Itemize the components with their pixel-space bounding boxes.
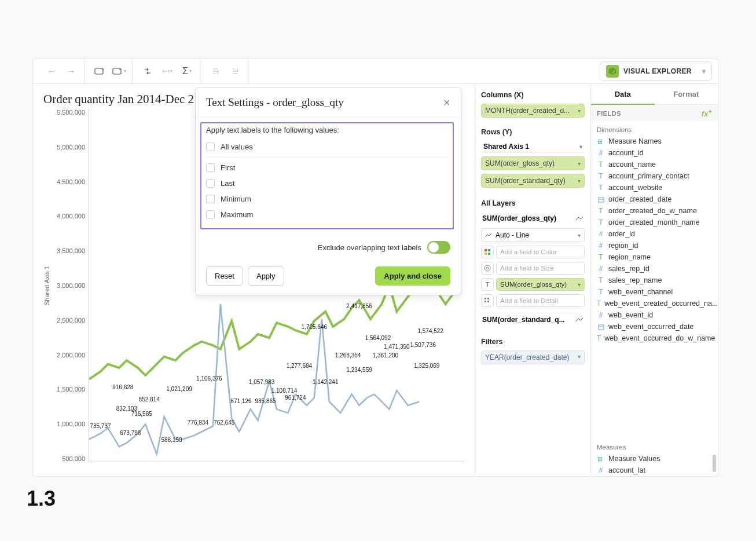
scrollbar-thumb[interactable] <box>713 455 716 472</box>
filter-pill[interactable]: YEAR(order_created_date)▾ <box>481 350 585 364</box>
data-label: 1,325,069 <box>414 363 440 369</box>
field-item[interactable]: Tsales_rep_name <box>591 275 718 286</box>
data-label: 1,142,241 <box>313 379 339 385</box>
field-item[interactable]: Taccount_primary_contact <box>591 170 718 182</box>
field-item[interactable]: ⊞Measure Names <box>591 136 718 147</box>
apply-button[interactable]: Apply <box>248 266 284 286</box>
columns-head: Columns (X) <box>481 90 585 100</box>
shared-axis-row[interactable]: Shared Axis 1▾ <box>481 141 585 153</box>
apply-close-button[interactable]: Apply and close <box>375 266 450 286</box>
field-item[interactable]: Taccount_name <box>591 159 718 170</box>
data-label: 871,126 <box>230 398 251 404</box>
field-item[interactable]: #web_event_id <box>591 309 718 321</box>
text-field[interactable]: SUM(order_gloss_qty)▾ <box>496 278 585 291</box>
field-item[interactable]: order_created_date <box>591 193 718 205</box>
cube-icon <box>606 65 619 78</box>
hzoom-button[interactable]: ▾ <box>159 63 175 79</box>
text-settings-dialog: Text Settings - order_gloss_qty ✕ Apply … <box>195 87 461 295</box>
data-label: 735,737 <box>90 423 111 429</box>
detail-icon <box>481 294 494 307</box>
checkbox-min[interactable] <box>206 195 215 203</box>
chevron-down-icon: ▾ <box>702 67 706 75</box>
data-label: 2,417,856 <box>346 303 372 309</box>
field-item[interactable]: Tweb_event_created_occurred_na... <box>591 298 718 309</box>
color-field[interactable]: Add a field to Color <box>496 246 585 258</box>
data-label: 716,585 <box>131 411 152 417</box>
sort-asc-button[interactable] <box>207 63 223 79</box>
data-label: 1,574,522 <box>417 328 443 334</box>
svg-point-9 <box>486 267 489 269</box>
field-item[interactable]: Tregion_name <box>591 251 718 263</box>
field-item[interactable]: Tweb_event_occurred_do_w_name <box>591 332 718 344</box>
layer-2[interactable]: SUM(order_standard_q... <box>481 313 585 326</box>
tab-format[interactable]: Format <box>655 84 718 105</box>
fields-header: FIELDS fx+ <box>591 105 718 122</box>
svg-text:×: × <box>119 67 121 71</box>
sigma-button[interactable]: Σ▾ <box>179 63 195 79</box>
exclude-toggle[interactable]: ✓ <box>427 241 450 254</box>
svg-rect-11 <box>487 298 489 299</box>
data-panel: Data Format FIELDS fx+ Dimensions ⊞Measu… <box>590 84 718 476</box>
svg-rect-7 <box>488 253 490 255</box>
add-card-button[interactable]: + <box>91 63 108 79</box>
field-item[interactable]: Torder_created_month_name <box>591 217 718 228</box>
y-axis-label: Shared Axis 1 <box>43 109 50 462</box>
field-item[interactable]: #account_lat <box>591 465 718 476</box>
field-item[interactable]: #sales_rep_id <box>591 263 718 275</box>
field-item[interactable]: Taccount_website <box>591 182 718 193</box>
visual-explorer-pill[interactable]: VISUAL EXPLORER ▾ <box>600 61 712 81</box>
field-item[interactable]: #order_id <box>591 228 718 240</box>
field-item[interactable]: #account_id <box>591 147 718 159</box>
back-button[interactable]: ← <box>43 63 60 79</box>
data-label: 1,277,684 <box>287 363 313 369</box>
fx-icon[interactable]: fx+ <box>702 108 712 118</box>
svg-rect-15 <box>599 198 604 202</box>
svg-rect-5 <box>488 249 490 251</box>
field-item[interactable]: Torder_created_do_w_name <box>591 205 718 217</box>
highlighted-options: Apply text labels to the following value… <box>200 122 454 229</box>
svg-rect-13 <box>487 301 489 302</box>
field-item[interactable]: Tweb_event_channel <box>591 286 718 298</box>
detail-field[interactable]: Add a field to Detail <box>496 294 585 307</box>
columns-pill[interactable]: MONTH(order_created_d...▾ <box>481 104 585 118</box>
app-frame: ← → + ×▾ ▾ Σ▾ VISUAL EXPLORER ▾ Order qu… <box>32 58 718 477</box>
layer-1[interactable]: SUM(order_gloss_qty) <box>481 212 585 225</box>
measures-head: Measures <box>591 439 718 453</box>
data-label: 673,798 <box>120 430 141 436</box>
data-label: 762,645 <box>214 419 234 426</box>
layers-head: All Layers <box>481 198 585 209</box>
size-field[interactable]: Add a field to Size <box>496 262 585 275</box>
checkbox-all[interactable] <box>206 142 215 151</box>
exclude-label: Exclude overlapping text labels <box>318 243 421 252</box>
close-icon[interactable]: ✕ <box>443 97 450 108</box>
tab-data[interactable]: Data <box>591 84 655 105</box>
field-item[interactable]: ⊞Measure Values <box>591 453 718 465</box>
rows-pill-1[interactable]: SUM(order_gloss_qty)▾ <box>481 156 585 170</box>
chart-panel: Order quantity Jan 2014-Dec 2 Shared Axi… <box>33 84 475 476</box>
svg-rect-12 <box>485 301 486 302</box>
filters-head: Filters <box>481 337 585 347</box>
svg-rect-17 <box>599 325 604 330</box>
version-label: 1.3 <box>27 487 56 511</box>
data-label: 1,106,376 <box>196 375 222 382</box>
sort-desc-button[interactable] <box>227 63 243 79</box>
data-label: 776,934 <box>188 419 208 426</box>
rows-head: Rows (Y) <box>481 127 585 137</box>
swap-button[interactable] <box>140 63 156 79</box>
remove-card-button[interactable]: ×▾ <box>111 63 127 79</box>
checkbox-max[interactable] <box>206 210 215 219</box>
mark-type-select[interactable]: Auto - Line▾ <box>481 228 585 242</box>
checkbox-last[interactable] <box>206 179 215 188</box>
field-item[interactable]: #region_id <box>591 240 718 251</box>
reset-button[interactable]: Reset <box>206 266 243 286</box>
data-label: 852,814 <box>139 396 160 403</box>
data-label: 1,361,200 <box>373 352 399 359</box>
rows-pill-2[interactable]: SUM(order_standard_qty)▾ <box>481 174 585 188</box>
data-label: 916,628 <box>112 384 133 390</box>
field-item[interactable]: web_event_occurred_date <box>591 321 718 332</box>
size-icon <box>481 262 494 275</box>
data-label: 1,234,559 <box>346 367 372 373</box>
forward-button[interactable]: → <box>63 63 79 79</box>
data-label: 1,021,209 <box>166 386 192 392</box>
checkbox-first[interactable] <box>206 163 215 172</box>
